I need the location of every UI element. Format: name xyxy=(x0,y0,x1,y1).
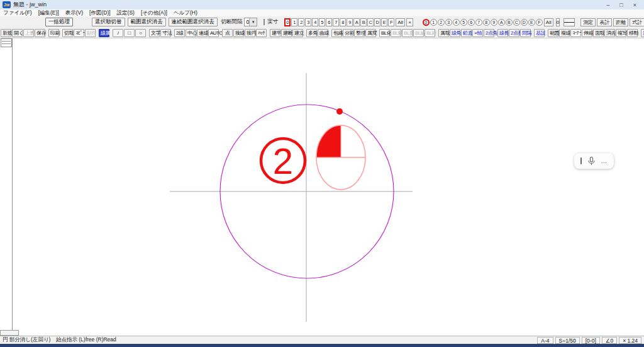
menu-item[interactable]: ファイル(F) xyxy=(3,9,32,17)
toolbar-button[interactable]: 属取 xyxy=(438,29,449,37)
layer-button[interactable]: A xyxy=(353,18,360,26)
toolbar-button[interactable]: 曲線 xyxy=(318,29,328,37)
toolbar-button[interactable]: ｺｰﾅｰ xyxy=(570,29,581,37)
toolbar-button[interactable]: ×軸 xyxy=(472,29,483,37)
layer-group-button[interactable]: F xyxy=(536,19,543,26)
toolbar-button[interactable]: 切取 xyxy=(62,29,73,37)
layer-group-button[interactable]: A xyxy=(498,19,505,26)
layer-button[interactable]: 7 xyxy=(333,18,339,26)
scale-button[interactable]: S=1/50 xyxy=(555,337,580,344)
voice-typing-pill[interactable]: … xyxy=(574,153,614,169)
toolbar-button[interactable]: 伸縮 xyxy=(582,29,592,37)
toolbar-button[interactable]: 範囲 xyxy=(548,29,558,37)
toolbar-button[interactable]: BL終 xyxy=(425,29,435,37)
layer-button[interactable]: 8 xyxy=(340,18,346,26)
toolbar-button[interactable]: 線角 xyxy=(450,29,460,37)
layer-group-button[interactable]: 7 xyxy=(475,19,482,26)
layer-group-button[interactable]: 1 xyxy=(430,19,437,26)
toolbar-button[interactable]: 消去 xyxy=(604,29,615,37)
toolbar-button[interactable]: 面取 xyxy=(593,29,604,37)
range-select-clear-button[interactable]: 範囲選択消去 xyxy=(128,18,166,26)
toolbar-button[interactable]: BL化 xyxy=(379,29,390,37)
toolbar-button[interactable]: 線長 xyxy=(497,29,508,37)
toolbar-button[interactable]: 間隔 xyxy=(520,29,531,37)
layer-group-button[interactable]: 2 xyxy=(438,19,445,26)
toolbar-button[interactable]: 貼付 xyxy=(85,29,96,37)
misc-tool-button[interactable]: 式計 xyxy=(630,18,644,26)
toolbar-button[interactable]: 建断 xyxy=(281,29,292,37)
chevron-down-icon[interactable]: ▼ xyxy=(249,18,257,26)
toolbar-button[interactable]: 文字 xyxy=(149,29,160,37)
menu-item[interactable]: [編集(E)] xyxy=(38,9,59,17)
selection-order-toggle-button[interactable]: 選択順切替 xyxy=(92,18,125,26)
layer-button[interactable]: 1 xyxy=(291,18,297,26)
toolbar-button[interactable]: 建平 xyxy=(270,29,280,37)
layer-group-button[interactable]: C xyxy=(513,19,520,26)
microphone-icon[interactable] xyxy=(588,157,595,166)
layer-button[interactable]: 5 xyxy=(319,18,325,26)
toolbar-button[interactable]: 多角形 xyxy=(306,29,317,37)
toolbar-button[interactable]: ﾊｯﾁ xyxy=(256,29,267,37)
misc-tool-button[interactable]: 表計 xyxy=(597,18,612,26)
layers-close-button[interactable]: × xyxy=(406,18,413,26)
batch-process-button[interactable]: 一括処理 xyxy=(45,18,73,26)
groups-all-button[interactable]: All xyxy=(544,18,553,26)
toolbar-button[interactable]: 印刷 xyxy=(48,29,59,37)
paper-size-button[interactable]: A-4 xyxy=(537,337,553,344)
cut-interval-select[interactable]: 0 ▼ xyxy=(244,18,258,26)
toolbar-button[interactable]: BL編 xyxy=(413,29,424,37)
misc-tool-button[interactable]: 距離 xyxy=(613,18,628,26)
toolbar-button[interactable]: 接線 xyxy=(233,29,244,37)
toolbar-button[interactable]: 寸法 xyxy=(160,29,171,37)
layer-indicator-button[interactable]: [0-0] xyxy=(582,337,600,344)
toolbar-button[interactable]: 移動 xyxy=(627,29,638,37)
layer-button[interactable]: 4 xyxy=(312,18,318,26)
toolbar-button[interactable]: 建立 xyxy=(292,29,303,37)
layer-group-button[interactable]: B xyxy=(506,19,513,26)
toolbar-button[interactable]: 複写 xyxy=(616,29,626,37)
toolbar-button[interactable]: 整理 xyxy=(354,29,365,37)
minimize-button[interactable]: – xyxy=(606,2,609,8)
toolbar-button[interactable]: 線属 xyxy=(99,29,109,37)
layer-button[interactable]: 0 xyxy=(284,18,291,26)
layer-button[interactable]: E xyxy=(381,18,387,26)
toolbar-button[interactable]: 2点角 xyxy=(484,29,494,37)
layer-group-button[interactable]: 3 xyxy=(445,19,452,26)
toolbar-button[interactable]: / xyxy=(113,29,123,37)
toolbar-button[interactable]: 2点長 xyxy=(509,29,519,37)
close-button[interactable]: × xyxy=(633,2,636,8)
more-options-button[interactable]: … xyxy=(601,159,608,164)
toolbar-button[interactable]: 保存 xyxy=(35,29,45,37)
toolbar-button[interactable]: 連線 xyxy=(197,29,208,37)
layer-group-button[interactable]: 8 xyxy=(483,19,490,26)
toolbar-button[interactable]: 上書 xyxy=(23,29,34,37)
toolbar-button[interactable]: 属変 xyxy=(365,29,376,37)
layer-button[interactable]: 2 xyxy=(298,18,304,26)
layer-group-button[interactable]: 6 xyxy=(468,19,475,26)
menu-item[interactable]: ヘルプ(H) xyxy=(174,9,197,17)
layer-button[interactable]: 6 xyxy=(326,18,332,26)
layer-button[interactable]: C xyxy=(367,18,374,26)
layer-group-button[interactable]: D xyxy=(521,19,528,26)
menu-item[interactable]: [作図(D)] xyxy=(89,9,111,17)
layer-group-button[interactable]: 9 xyxy=(491,19,497,26)
scrollbar-stub[interactable] xyxy=(0,330,19,336)
layer-group-button[interactable]: 0 xyxy=(423,19,430,26)
toolbar-button[interactable]: 点 xyxy=(222,29,233,37)
layer-button[interactable]: 3 xyxy=(305,18,311,26)
toolbar-button[interactable]: 戻る xyxy=(641,29,644,37)
toolbar-button[interactable]: 2線 xyxy=(174,29,185,37)
menu-item[interactable]: 表示(V) xyxy=(65,9,83,17)
menu-item[interactable]: [その他(A)] xyxy=(141,9,167,17)
toolbar-button[interactable]: BL解 xyxy=(391,29,401,37)
continuous-range-select-clear-button[interactable]: 連続範囲選択消去 xyxy=(169,18,218,26)
toolbar-button[interactable]: 中心線 xyxy=(186,29,196,37)
layer-button[interactable]: D xyxy=(374,18,380,26)
misc-tool-button[interactable]: 測定 xyxy=(580,18,596,26)
toolbar-button[interactable]: 鉛直 xyxy=(461,29,472,37)
toolbar-button[interactable]: □ xyxy=(124,29,135,37)
toolbar-button[interactable]: BL属 xyxy=(402,29,413,37)
toolbar-button[interactable]: 新規 xyxy=(1,29,11,37)
layer-group-button[interactable]: E xyxy=(528,19,535,26)
layer-button[interactable]: B xyxy=(360,18,367,26)
